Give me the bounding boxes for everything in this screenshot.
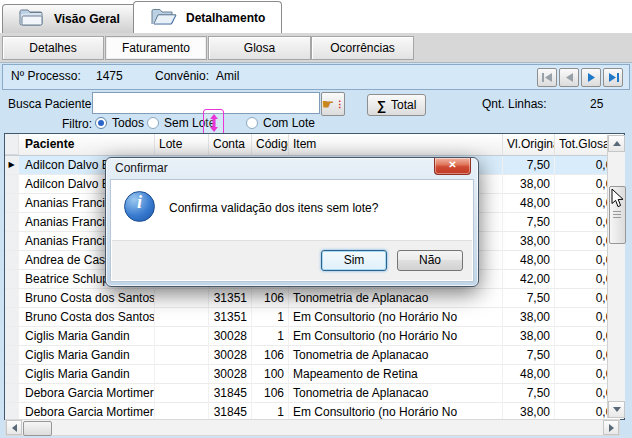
confirm-dialog: Confirmar ✕ i Confirma validação dos ite… [105, 157, 479, 287]
go-search-button[interactable]: ☛⋮ [321, 92, 345, 116]
scroll-left-button[interactable] [6, 420, 22, 435]
cell-vl-original: 38,00 [503, 175, 555, 194]
cell-conta: 30028 [209, 327, 252, 346]
row-selector [5, 194, 19, 213]
table-row[interactable]: Ciglis Maria Gandin30028100Mapeamento de… [5, 365, 624, 384]
cell-lote [155, 289, 209, 308]
cell-codigo: 100 [252, 365, 289, 384]
info-icon: i [124, 191, 155, 222]
cell-codigo: 1 [252, 403, 289, 420]
cell-vl-original: 7,50 [503, 289, 555, 308]
dialog-close-button[interactable]: ✕ [434, 158, 471, 175]
cell-paciente: Ciglis Maria Gandin [19, 327, 155, 346]
row-selector [5, 308, 19, 327]
row-selector [5, 403, 19, 420]
cell-conta: 30028 [209, 365, 252, 384]
radio-com-lote[interactable]: Com Lote [246, 116, 315, 130]
main-tab-bar: Visão Geral Detalhamento [0, 0, 632, 33]
tab-visao-geral[interactable]: Visão Geral [2, 4, 137, 33]
table-row[interactable]: Debora Garcia Mortimer318451Em Consultor… [5, 403, 624, 420]
row-selector [5, 346, 19, 365]
column-header-codigo[interactable]: Código [252, 134, 289, 155]
cell-item: Em Consultorio (no Horário No [289, 403, 503, 420]
cell-vl-original: 7,50 [503, 346, 555, 365]
radio-label: Todos [112, 116, 144, 130]
table-row[interactable]: Bruno Costa dos Santos31351106Tonometria… [5, 289, 624, 308]
cell-item: Mapeamento de Retina [289, 365, 503, 384]
next-record-button[interactable] [581, 68, 601, 87]
table-row[interactable]: Bruno Costa dos Santos313511Em Consultor… [5, 308, 624, 327]
cell-conta: 31351 [209, 308, 252, 327]
first-icon [542, 73, 553, 82]
down-arrow-icon [613, 407, 621, 412]
cell-lote [155, 365, 209, 384]
application-window: Visão Geral Detalhamento Detalhes Fatura… [0, 0, 632, 438]
open-folder-icon [150, 7, 177, 30]
radio-circle [147, 117, 159, 129]
tab-ocorrencias[interactable]: Ocorrências [311, 36, 414, 60]
total-button[interactable]: ∑ Total [367, 94, 426, 116]
radio-circle [95, 117, 107, 129]
vertical-scrollbar[interactable] [607, 135, 625, 418]
cell-conta: 31351 [209, 289, 252, 308]
cell-paciente: Ciglis Maria Gandin [19, 365, 155, 384]
column-header-conta[interactable]: Conta [209, 134, 252, 155]
tab-faturamento[interactable]: Faturamento [105, 36, 207, 60]
cell-item: Tonometria de Aplanacao [289, 384, 503, 403]
scroll-right-button[interactable] [603, 420, 619, 435]
cell-vl-original: 7,50 [503, 213, 555, 232]
row-selector [5, 213, 19, 232]
cell-vl-original: 42,00 [503, 270, 555, 289]
row-selector [5, 384, 19, 403]
cell-vl-original: 48,00 [503, 194, 555, 213]
cell-conta: 30028 [209, 346, 252, 365]
first-record-button[interactable] [537, 68, 557, 87]
cell-lote [155, 384, 209, 403]
last-record-button[interactable] [603, 68, 623, 87]
sim-button[interactable]: Sim [321, 250, 387, 271]
cell-lote [155, 327, 209, 346]
horizontal-scroll-thumb[interactable] [23, 421, 52, 436]
nao-button[interactable]: Não [397, 250, 463, 271]
total-label: Total [391, 98, 416, 112]
last-icon [608, 73, 619, 82]
convenio-value: Amil [216, 69, 239, 83]
table-row[interactable]: Debora Garcia Mortimer31845106Tonometria… [5, 384, 624, 403]
scroll-up-button[interactable] [608, 135, 625, 152]
cell-paciente: Bruno Costa dos Santos [19, 308, 155, 327]
close-icon: ✕ [448, 159, 456, 170]
column-header-lote[interactable]: Lote [155, 134, 209, 155]
cell-item: Em Consultorio (no Horário No [289, 327, 503, 346]
convenio-label: Convênio: [155, 69, 209, 83]
cell-paciente: Debora Garcia Mortimer [19, 384, 155, 403]
dialog-body: i Confirma validação dos itens sem lote?… [110, 179, 474, 282]
cell-codigo: 106 [252, 384, 289, 403]
qnt-linhas-label: Qnt. Linhas: [482, 97, 547, 111]
left-arrow-icon [12, 424, 17, 432]
radio-todos[interactable]: Todos [95, 116, 144, 130]
table-row[interactable]: Ciglis Maria Gandin30028106Tonometria de… [5, 346, 624, 365]
grid-header: Paciente Lote Conta Código Item Vl.Origi… [5, 134, 624, 156]
column-header-item[interactable]: Item [289, 134, 503, 155]
horizontal-scrollbar[interactable] [5, 419, 620, 436]
scroll-down-button[interactable] [608, 401, 625, 418]
previous-record-button[interactable] [559, 68, 579, 87]
process-info-bar: Nº Processo: 1475 Convênio: Amil [2, 64, 630, 90]
row-selector [5, 270, 19, 289]
radio-circle [246, 117, 258, 129]
tab-detalhamento[interactable]: Detalhamento [133, 1, 282, 34]
table-row[interactable]: Ciglis Maria Gandin300281Em Consultorio … [5, 327, 624, 346]
column-header-paciente[interactable]: Paciente [19, 134, 155, 155]
cell-item: Tonometria de Aplanacao [289, 346, 503, 365]
right-arrow-icon [609, 424, 614, 432]
sub-tab-bar: Detalhes Faturamento Glosa Ocorrências [0, 33, 632, 63]
radio-label: Com Lote [263, 116, 315, 130]
column-header-vl-original[interactable]: Vl.Original [503, 134, 555, 155]
next-icon [587, 73, 596, 82]
tab-detalhes[interactable]: Detalhes [2, 36, 104, 60]
magenta-stamp-icon [208, 114, 220, 132]
cell-lote [155, 403, 209, 420]
cell-vl-original: 7,50 [503, 384, 555, 403]
row-selector [5, 251, 19, 270]
tab-glosa[interactable]: Glosa [208, 36, 311, 60]
